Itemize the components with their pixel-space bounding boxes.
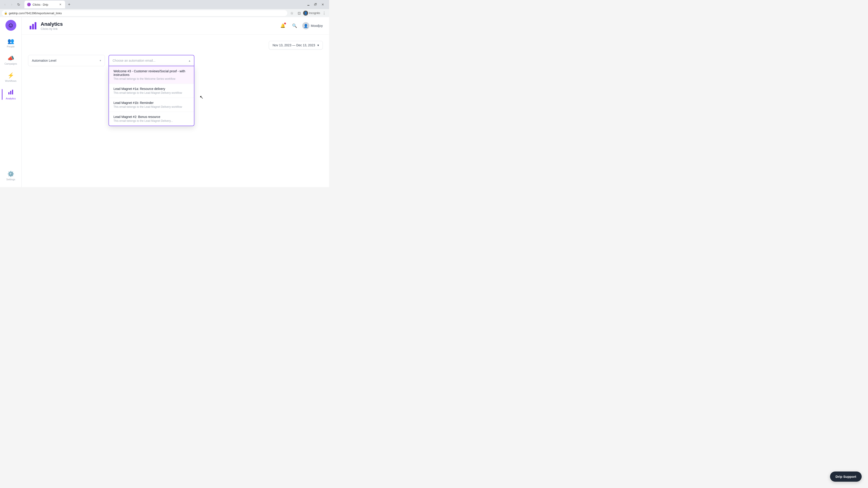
email-dropdown-list[interactable]: Welcome #3 - Customer reviews/Social pro… bbox=[109, 66, 194, 126]
dropdown-item-1[interactable]: Welcome #3 - Customer reviews/Social pro… bbox=[109, 66, 194, 84]
browser-actions: ☆ ⊡ 👤 Incognito ⋮ bbox=[289, 10, 327, 16]
sidebar-label-people: People bbox=[7, 45, 14, 48]
sidebar-logo: ☺ bbox=[4, 19, 17, 32]
app-layout: ☺ 👥 People 📣 Campaigns ⚡ Workflows bbox=[0, 17, 329, 187]
svg-rect-0 bbox=[8, 92, 9, 94]
sidebar-bottom: ⚙️ Settings bbox=[2, 167, 20, 184]
browser-nav-prev[interactable]: ‹ bbox=[2, 1, 8, 8]
workflows-icon: ⚡ bbox=[7, 72, 14, 78]
browser-titlebar: ‹ › ↻ 🟣 Clicks · Drip ✕ + 🗕 🗗 ✕ bbox=[0, 0, 329, 9]
sidebar: ☺ 👥 People 📣 Campaigns ⚡ Workflows bbox=[0, 17, 22, 187]
analytics-active-bar bbox=[2, 89, 2, 100]
dropdown-item-3[interactable]: Lead Magnet #1b: Reminder This email bel… bbox=[109, 98, 194, 112]
chart-bar-3 bbox=[35, 22, 36, 29]
sidebar-item-people[interactable]: 👥 People bbox=[2, 35, 20, 51]
browser-toolbar: 🔒 getdrip.com/7641396/reports/email_link… bbox=[0, 9, 329, 17]
automation-level-wrapper: Automation Level ▾ bbox=[28, 55, 105, 66]
sidebar-item-wrapper-people: 👥 People bbox=[2, 34, 20, 52]
notification-button[interactable]: 🔔 bbox=[279, 22, 287, 30]
sidebar-item-wrapper-workflows: ⚡ Workflows bbox=[2, 69, 20, 86]
header-actions: 🔔 🔍 👤 Moodjoy bbox=[279, 22, 323, 30]
address-bar[interactable]: 🔒 getdrip.com/7641396/reports/email_link… bbox=[2, 10, 287, 16]
header-text: Analytics Clicks by link bbox=[41, 21, 63, 31]
close-button[interactable]: ✕ bbox=[320, 2, 326, 7]
sidebar-item-wrapper-analytics: Analytics bbox=[2, 86, 20, 103]
date-range-chevron: ▾ bbox=[317, 43, 319, 47]
sidebar-item-analytics[interactable]: Analytics bbox=[2, 86, 20, 103]
menu-button[interactable]: ⋮ bbox=[321, 10, 327, 16]
sidebar-item-settings[interactable]: ⚙️ Settings bbox=[2, 168, 20, 184]
star-button[interactable]: ☆ bbox=[289, 10, 295, 16]
analytics-icon bbox=[8, 89, 14, 96]
dropdown-item-1-subtitle: This email belongs to the Welcome Series… bbox=[114, 77, 189, 80]
search-button[interactable]: 🔍 bbox=[290, 22, 299, 30]
maximize-button[interactable]: 🗗 bbox=[313, 2, 318, 7]
dropdown-item-4[interactable]: Lead Magnet #2: Bonus resource This emai… bbox=[109, 112, 194, 126]
window-controls: 🗕 🗗 ✕ bbox=[306, 2, 327, 7]
sidebar-label-workflows: Workflows bbox=[5, 79, 17, 82]
date-range-area: Nov 13, 2023 — Dec 13, 2023 ▾ bbox=[28, 41, 323, 50]
incognito-indicator: 👤 Incognito bbox=[303, 11, 320, 15]
dropdown-item-2-title: Lead Magnet #1a: Resource delivery bbox=[114, 87, 189, 91]
user-area[interactable]: 👤 Moodjoy bbox=[302, 22, 323, 29]
sidebar-item-workflows[interactable]: ⚡ Workflows bbox=[2, 69, 20, 86]
automation-level-label: Automation Level bbox=[32, 59, 56, 62]
tab-close-btn[interactable]: ✕ bbox=[58, 2, 62, 6]
page-title: Analytics bbox=[41, 21, 63, 27]
sidebar-item-wrapper-settings: ⚙️ Settings bbox=[2, 167, 20, 184]
email-dropdown-trigger[interactable]: Choose an automation email... ▴ bbox=[108, 55, 194, 66]
header-bar-chart-icon bbox=[28, 21, 38, 31]
automation-level-chevron: ▾ bbox=[100, 59, 101, 62]
page-subtitle: Clicks by link bbox=[41, 27, 63, 31]
browser-chrome: ‹ › ↻ 🟣 Clicks · Drip ✕ + 🗕 🗗 ✕ 🔒 getdri… bbox=[0, 0, 329, 17]
dropdown-item-3-title: Lead Magnet #1b: Reminder bbox=[114, 101, 189, 105]
sidebar-toggle[interactable]: ⊡ bbox=[296, 10, 302, 16]
date-range-button[interactable]: Nov 13, 2023 — Dec 13, 2023 ▾ bbox=[269, 41, 323, 50]
sidebar-label-analytics: Analytics bbox=[6, 97, 16, 100]
page-content: Nov 13, 2023 — Dec 13, 2023 ▾ Automation… bbox=[22, 35, 329, 187]
address-lock-icon: 🔒 bbox=[4, 11, 7, 15]
browser-nav-next[interactable]: › bbox=[8, 1, 15, 8]
incognito-label: Incognito bbox=[309, 11, 320, 15]
svg-rect-2 bbox=[12, 90, 13, 94]
campaigns-icon: 📣 bbox=[7, 55, 14, 61]
sidebar-label-settings: Settings bbox=[6, 178, 16, 181]
address-url: getdrip.com/7641396/reports/email_links bbox=[9, 11, 62, 15]
sidebar-item-campaigns[interactable]: 📣 Campaigns bbox=[2, 52, 20, 68]
avatar: 👤 bbox=[302, 22, 309, 29]
chart-bar-2 bbox=[32, 24, 34, 29]
header-logo-area: Analytics Clicks by link bbox=[28, 21, 279, 31]
tab-favicon: 🟣 bbox=[27, 3, 31, 6]
main-content: Analytics Clicks by link 🔔 🔍 👤 Moodjoy bbox=[22, 17, 329, 187]
dropdown-item-4-title: Lead Magnet #2: Bonus resource bbox=[114, 115, 189, 119]
dropdown-item-3-subtitle: This email belongs to the Lead Magnet De… bbox=[114, 105, 189, 108]
top-header: Analytics Clicks by link 🔔 🔍 👤 Moodjoy bbox=[22, 17, 329, 35]
email-dropdown-chevron-up: ▴ bbox=[189, 59, 190, 62]
dropdown-item-2-subtitle: This email belongs to the Lead Magnet De… bbox=[114, 91, 189, 94]
user-name: Moodjoy bbox=[311, 24, 323, 28]
automation-level-dropdown[interactable]: Automation Level ▾ bbox=[28, 55, 105, 66]
svg-rect-1 bbox=[10, 91, 11, 94]
chart-bar-1 bbox=[30, 26, 31, 29]
incognito-icon: 👤 bbox=[303, 11, 308, 15]
filters-row: Automation Level ▾ Choose an automation … bbox=[28, 55, 323, 66]
logo-icon: ☺ bbox=[5, 20, 16, 31]
email-dropdown-placeholder: Choose an automation email... bbox=[113, 59, 156, 62]
tab-title: Clicks · Drip bbox=[33, 3, 48, 6]
dropdown-item-2[interactable]: Lead Magnet #1a: Resource delivery This … bbox=[109, 84, 194, 98]
email-dropdown-wrapper: Choose an automation email... ▴ Welcome … bbox=[108, 55, 194, 66]
people-icon: 👥 bbox=[7, 38, 14, 44]
dropdown-item-1-title: Welcome #3 - Customer reviews/Social pro… bbox=[114, 69, 189, 76]
notification-dot bbox=[284, 23, 286, 24]
browser-refresh[interactable]: ↻ bbox=[16, 1, 22, 8]
date-range-label: Nov 13, 2023 — Dec 13, 2023 bbox=[273, 43, 315, 47]
new-tab-button[interactable]: + bbox=[66, 1, 72, 8]
settings-icon: ⚙️ bbox=[7, 171, 14, 177]
dropdown-item-4-subtitle: This email belongs to the Lead Magnet De… bbox=[114, 119, 189, 123]
sidebar-label-campaigns: Campaigns bbox=[4, 62, 17, 65]
sidebar-item-wrapper-campaigns: 📣 Campaigns bbox=[2, 52, 20, 69]
browser-tab[interactable]: 🟣 Clicks · Drip ✕ bbox=[24, 1, 65, 8]
minimize-button[interactable]: 🗕 bbox=[306, 2, 311, 7]
email-dropdown-menu: Welcome #3 - Customer reviews/Social pro… bbox=[108, 66, 194, 126]
